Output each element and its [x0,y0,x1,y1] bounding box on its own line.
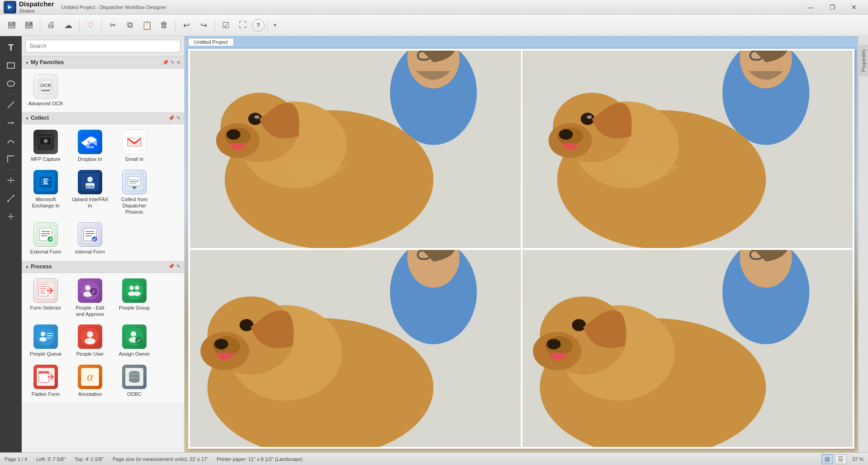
cut-button[interactable]: ✂ [104,17,121,33]
svg-rect-74 [40,288,47,289]
photo-1-inner [190,51,521,248]
canvas-surface[interactable] [188,49,854,449]
svg-rect-44 [41,179,50,180]
svg-rect-10 [27,26,31,28]
upload-button[interactable]: ☁ [60,17,76,33]
status-bar: Page 1 / 4 Left: 3'-7 5/8" Top: 4'-1 5/8… [0,452,868,465]
delete-button[interactable]: 🗑 [156,17,172,33]
toolbar-more-button[interactable]: ▼ [270,17,280,33]
odbc-icon [122,365,147,389]
tool-connect[interactable] [2,190,19,207]
svg-point-94 [87,331,93,338]
tool-corner[interactable] [2,150,19,168]
item-assign-owner[interactable]: ✓ Assign Owner [114,323,155,359]
item-advanced-ocr[interactable]: OCR Advanced OCR [25,72,66,108]
item-upland-interfax[interactable]: INTERFAX Upland InterFAX In [70,168,110,217]
item-mfp-capture[interactable]: MFP Capture [25,128,66,164]
svg-point-138 [559,129,573,140]
close-button[interactable]: ✕ [844,0,864,14]
item-people-queue[interactable]: People Queue [25,323,66,359]
process-edit[interactable]: ✎ [176,263,180,269]
item-odbc[interactable]: ODBC [114,363,155,399]
tool-sep-1 [4,94,18,94]
favorites-section-header[interactable]: My Favorites 📌 ✎ ✕ [22,56,184,69]
help-button[interactable]: ? [252,19,265,32]
item-gmail-in[interactable]: Gmail In [114,128,155,164]
item-annotation[interactable]: α Annotation [70,363,110,399]
brand-sub: Stratus [19,8,54,14]
copy-button[interactable]: ⧉ [122,17,138,33]
favorites-controls: 📌 ✎ ✕ [162,60,180,66]
item-dropbox-in[interactable]: Box Dropbox In [70,128,110,164]
print-button[interactable]: 🖨 [43,17,59,33]
item-external-form[interactable]: ↗ External Form [25,221,66,257]
item-form-selector[interactable]: Form Selector [25,277,66,319]
svg-point-20 [13,195,14,197]
zoom-level: 37 % [852,456,863,462]
item-internal-form[interactable]: ↙ Internal Form [70,221,110,257]
tool-line[interactable] [2,96,19,113]
favorites-edit[interactable]: ✎ [171,60,175,66]
favorites-close[interactable]: ✕ [176,60,180,66]
maximize-button[interactable]: ❐ [822,0,843,14]
undo-button[interactable]: ↩ [178,17,194,33]
tool-text[interactable]: T [2,39,19,56]
svg-rect-68 [85,235,92,236]
save-button[interactable] [4,17,20,33]
grid-view-button[interactable]: ⊞ [821,454,833,464]
item-people-user[interactable]: People User [70,323,110,359]
properties-label[interactable]: Properties [859,45,868,76]
process-section-header[interactable]: Process 📌 ✎ [22,261,184,273]
window-title: Untitled Project - Dispatcher Workflow D… [62,5,166,10]
save-as-button[interactable]: + [21,17,37,33]
collect-section-header[interactable]: Collect 📌 ✎ [22,112,184,124]
svg-rect-90 [47,333,53,334]
favorites-pin[interactable]: 📌 [162,60,169,66]
panel-scroll[interactable]: My Favorites 📌 ✎ ✕ OCR [22,56,184,452]
tool-resize[interactable] [2,172,19,189]
item-flatten-form[interactable]: PDF Flatten Form [25,363,66,399]
item-ms-exchange[interactable]: E Microsoft Exchange In [25,168,66,217]
item-people-group[interactable]: People Group [114,277,155,319]
svg-text:✓: ✓ [137,338,141,344]
canvas-photo-2 [522,51,853,248]
mfp-capture-label: MFP Capture [31,156,60,162]
tool-arrow[interactable] [2,114,19,132]
title-bar-left: Dispatcher Stratus Untitled Project - Di… [4,0,166,14]
collect-pin[interactable]: 📌 [168,115,175,121]
toolbar-sep-4 [175,19,175,32]
svg-point-153 [240,319,254,331]
canvas-tab[interactable]: Untitled Project [188,38,234,46]
svg-text:↗: ↗ [48,237,52,242]
collect-dispatcher-icon [122,170,147,194]
statusbar-right: ⊞ ☰ 37 % [821,454,863,464]
tool-ellipse[interactable] [2,75,19,92]
list-view-button[interactable]: ☰ [835,454,847,464]
tool-rectangle[interactable] [2,57,19,74]
item-collect-dispatcher[interactable]: Collect from Dispatcher Phoenix [114,168,155,217]
svg-rect-61 [41,235,47,236]
tool-curve[interactable] [2,132,19,150]
fullscreen-button[interactable]: ⛶ [235,17,251,33]
item-people-edit[interactable]: ✓ People - Edit and Approve [70,277,110,319]
annotation-icon: α [78,365,102,389]
tool-expand[interactable] [2,208,19,225]
redo-button[interactable]: ↪ [195,17,212,33]
canvas-area[interactable]: Untitled Project [185,36,858,452]
process-pin[interactable]: 📌 [168,263,175,269]
search-input[interactable] [25,40,180,52]
right-panel[interactable]: Properties [858,36,868,452]
window-controls[interactable]: — ❐ ✕ [800,0,864,14]
svg-point-30 [44,140,47,142]
main-toolbar: + 🖨 ☁ ♡ ✂ ⧉ 📋 🗑 ↩ ↪ ☑ ⛶ ? ▼ [0,14,868,36]
svg-rect-24 [41,90,50,91]
collect-edit[interactable]: ✎ [176,115,180,121]
check-button[interactable]: ☑ [218,17,234,33]
paste-button[interactable]: 📋 [139,17,155,33]
minimize-button[interactable]: — [800,0,821,14]
photo-4-inner [522,250,853,447]
svg-rect-66 [85,231,95,232]
svg-point-78 [85,285,90,291]
search-area [22,36,184,56]
favorite-button[interactable]: ♡ [82,17,99,33]
